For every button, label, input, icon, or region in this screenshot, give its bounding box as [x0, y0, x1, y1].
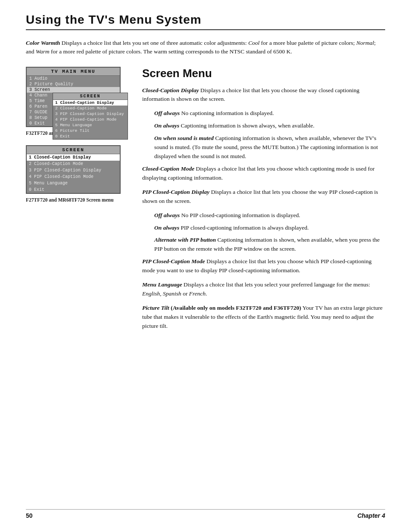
indent-pip-alternate: Alternate with PIP button Captioning inf…: [154, 236, 385, 254]
footer-chapter-label: Chapter 4: [357, 512, 385, 519]
menu2-container: SCREEN 1 Closed-Caption Display 2 Closed…: [26, 145, 129, 203]
intro-normal: Normal: [356, 40, 374, 46]
intro-cool-desc: for a more blue palette of picture color…: [259, 40, 356, 46]
content-area: TV MAIN MENU 1 Audio 2 Picture Quality 3…: [26, 67, 385, 336]
screen-menu-heading: Screen Menu: [142, 67, 385, 80]
term-picture-tilt: Picture Tilt: [142, 305, 169, 311]
intro-cool: Cool: [248, 40, 259, 46]
intro-text: Displays a choice list that lets you set…: [60, 40, 248, 46]
intro-warm: Warm: [36, 48, 50, 55]
sub-term-pip-off: Off always: [154, 212, 180, 218]
term-pip-cc-mode: PIP Closed-Caption Mode: [142, 258, 205, 264]
sub-term-on-always: On always: [154, 122, 179, 129]
text-pip-off: No PIP closed-captioning information is …: [181, 212, 300, 218]
sub-term-on-muted: On when sound is muted: [154, 135, 214, 141]
indent-off-always: Off always No captioning information is …: [154, 109, 385, 118]
screen-submenu-1: SCREEN 1 Closed-Caption Display 2 Closed…: [53, 93, 128, 140]
term-menu-language: Menu Language: [142, 281, 182, 288]
text-period: .: [206, 290, 207, 297]
term-pip-cc-display: PIP Closed-Caption Display: [142, 189, 209, 195]
menu2-caption: F27TF720 and MR68TF720 Screen menu: [26, 196, 129, 203]
screen-submenu-item-2: 4 PIP Closed-Caption Mode: [27, 174, 120, 180]
term-cc-mode: Closed-Caption Mode: [142, 165, 194, 172]
page-wrapper: Using the TV's Menu System Color Warmth …: [0, 0, 411, 532]
page-footer: 50 Chapter 4: [26, 509, 385, 519]
screen-submenu-title-1: SCREEN: [53, 93, 128, 100]
page-header: Using the TV's Menu System: [26, 13, 385, 30]
para-cc-mode: Closed-Caption Mode Displays a choice li…: [142, 165, 385, 183]
screen-submenu-item-selected-2: 1 Closed-Caption Display: [27, 154, 120, 161]
indent-on-muted: On when sound is muted Captioning inform…: [154, 134, 385, 161]
text-off-always: No captioning information is displayed.: [181, 110, 274, 116]
indent-pip-on: On always PIP closed-captioning informat…: [154, 224, 385, 233]
languages: English, Spanish: [142, 290, 181, 297]
para-pip-cc-display: PIP Closed-Caption Display Displays a ch…: [142, 188, 385, 206]
screen-submenu-item: 6 Picture Tilt: [53, 128, 128, 134]
screen-submenu-item: 4 PIP Closed-Caption Mode: [53, 117, 128, 122]
text-on-always: Captioning information is shown always, …: [181, 122, 314, 129]
screen-only-box: SCREEN 1 Closed-Caption Display 2 Closed…: [26, 145, 121, 194]
screen-submenu-item: 2 Closed-Caption Mode: [53, 106, 128, 111]
intro-term: Color Warmth: [26, 40, 60, 46]
screen-submenu-item-2: 2 Closed-Caption Mode: [27, 161, 120, 167]
intro-warm-desc: for a more red palette of picture colors…: [50, 48, 292, 55]
intro-paragraph: Color Warmth Displays a choice list that…: [26, 39, 385, 56]
main-menu-box: TV MAIN MENU 1 Audio 2 Picture Quality 3…: [26, 67, 121, 127]
menu-row: 4 Chann 5 Time 6 Paren 7 GUIDE 8 Setup 0…: [27, 93, 120, 126]
sub-term-pip-alternate: Alternate with PIP button: [154, 236, 216, 243]
para-pip-cc-mode: PIP Closed-Caption Mode Displays a choic…: [142, 257, 385, 275]
screen-submenu-item-2: 3 PIP Closed-Caption Display: [27, 167, 120, 174]
indent-pip-off: Off always No PIP closed-captioning info…: [154, 211, 385, 220]
text-menu-language: Displays a choice list that lets you sel…: [184, 281, 370, 288]
term-cc-display: Closed-Caption Display: [142, 87, 199, 93]
screen-submenu-item-selected: 1 Closed-Caption Display: [53, 100, 128, 106]
screen-submenu-item-2: 5 Menu Language: [27, 180, 120, 187]
footer-page-number: 50: [26, 512, 33, 519]
screen-submenu-item: 3 PIP Closed-Caption Display: [53, 111, 128, 117]
screen-submenu-item: 0 Exit: [53, 134, 128, 139]
main-menu-item-highlighted: 3 Screen: [27, 87, 120, 93]
para-cc-display: Closed-Caption Display Displays a choice…: [142, 86, 385, 104]
main-menu-item: 1 Audio: [27, 76, 120, 81]
text-or: or: [181, 290, 189, 297]
screen-submenu-item-2: 0 Exit: [27, 187, 120, 193]
term-picture-tilt-models: (Available only on models F32TF720 and F…: [171, 305, 301, 311]
right-column: Screen Menu Closed-Caption Display Displ…: [142, 67, 385, 336]
main-menu-title: TV MAIN MENU: [27, 68, 120, 76]
sub-term-pip-on: On always: [154, 224, 179, 231]
left-column: TV MAIN MENU 1 Audio 2 Picture Quality 3…: [26, 67, 129, 336]
text-pip-on: PIP closed-captioning information is alw…: [181, 224, 309, 231]
screen-submenu-title-2: SCREEN: [27, 146, 120, 154]
sub-term-off-always: Off always: [154, 110, 180, 116]
main-menu-item: 2 Picture Quality: [27, 81, 120, 87]
screen-submenu-item: 5 Menu Language: [53, 122, 128, 128]
page-title: Using the TV's Menu System: [26, 13, 202, 26]
menu1-container: TV MAIN MENU 1 Audio 2 Picture Quality 3…: [26, 67, 129, 137]
para-menu-language: Menu Language Displays a choice list tha…: [142, 280, 385, 299]
language-french: French: [189, 290, 206, 297]
indent-on-always: On always Captioning information is show…: [154, 121, 385, 131]
para-picture-tilt: Picture Tilt (Available only on models F…: [142, 304, 385, 331]
